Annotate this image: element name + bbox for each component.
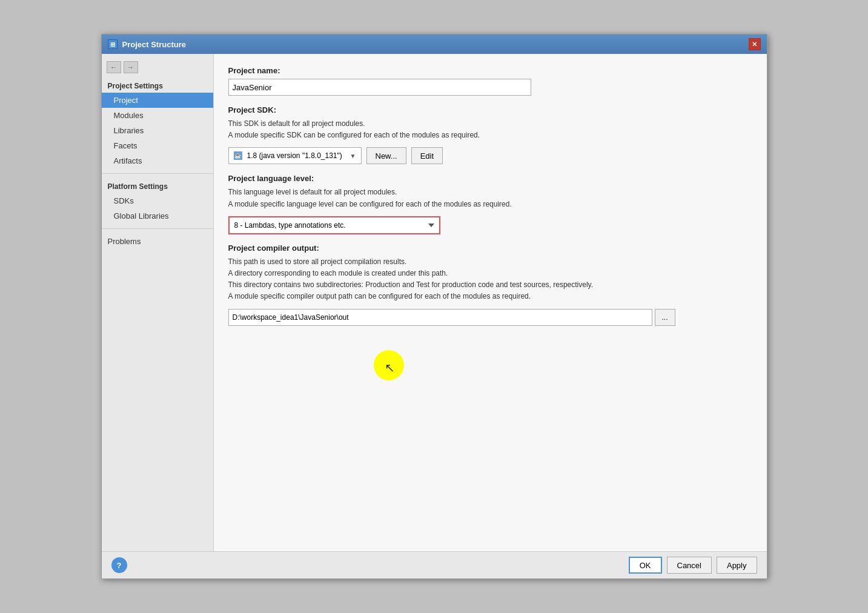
sidebar-item-facets[interactable]: Facets (102, 138, 213, 153)
sidebar-item-problems-label: Problems (108, 237, 141, 246)
project-settings-label: Project Settings (102, 78, 213, 93)
sidebar-item-sdks[interactable]: SDKs (102, 193, 213, 208)
compiler-output-description: This path is used to store all project c… (228, 256, 752, 303)
sidebar-item-project[interactable]: Project (102, 93, 213, 108)
sidebar-divider-2 (102, 228, 213, 229)
cursor-indicator: ↖ (374, 350, 404, 380)
dialog-body: ← → Project Settings Project Modules Lib… (102, 54, 767, 551)
sidebar-item-modules-label: Modules (114, 111, 144, 120)
sidebar-item-artifacts-label: Artifacts (114, 156, 142, 165)
apply-button[interactable]: Apply (717, 557, 757, 574)
sdk-new-button[interactable]: New... (366, 147, 406, 164)
compiler-output-label: Project compiler output: (228, 244, 752, 253)
project-sdk-label: Project SDK: (228, 105, 752, 114)
sidebar-divider (102, 173, 213, 174)
sdk-value: 1.8 (java version "1.8.0_131") (247, 151, 342, 160)
sidebar-item-project-label: Project (114, 96, 138, 105)
sidebar-item-libraries-label: Libraries (114, 126, 144, 135)
title-bar: ⊞ Project Structure ✕ (102, 35, 767, 54)
title-bar-left: ⊞ Project Structure (108, 39, 186, 49)
ok-button[interactable]: OK (629, 557, 662, 574)
dialog-footer: ? OK Cancel Apply (102, 551, 767, 578)
help-button[interactable]: ? (111, 557, 127, 573)
project-structure-dialog: ⊞ Project Structure ✕ ← → Project Settin… (101, 34, 767, 579)
sdk-row: ☕ 1.8 (java version "1.8.0_131") ▼ New..… (228, 147, 752, 164)
compiler-output-input[interactable] (228, 309, 652, 326)
sdk-dropdown[interactable]: ☕ 1.8 (java version "1.8.0_131") ▼ (228, 147, 362, 164)
sidebar-item-facets-label: Facets (114, 141, 137, 150)
sdk-description: This SDK is default for all project modu… (228, 118, 752, 141)
language-level-description: This language level is default for all p… (228, 187, 752, 210)
sidebar-item-global-libraries-label: Global Libraries (114, 211, 169, 220)
sdk-chevron-icon: ▼ (350, 153, 356, 159)
main-content: Project name: Project SDK: This SDK is d… (214, 54, 767, 551)
title-icon: ⊞ (108, 39, 118, 49)
sdk-edit-button[interactable]: Edit (411, 147, 443, 164)
sidebar-item-artifacts[interactable]: Artifacts (102, 153, 213, 168)
sidebar-item-modules[interactable]: Modules (102, 108, 213, 123)
sidebar-nav: ← → (102, 59, 213, 78)
sdk-icon: ☕ (234, 151, 242, 160)
compiler-output-row: ... (228, 309, 752, 326)
sidebar-item-global-libraries[interactable]: Global Libraries (102, 208, 213, 224)
sidebar-item-libraries[interactable]: Libraries (102, 123, 213, 138)
project-name-label: Project name: (228, 66, 752, 75)
sidebar-item-sdks-label: SDKs (114, 196, 134, 205)
sidebar-item-problems[interactable]: Problems (102, 234, 213, 249)
platform-settings-label: Platform Settings (102, 179, 213, 193)
language-level-label: Project language level: (228, 174, 752, 183)
language-level-select[interactable]: 8 - Lambdas, type annotations etc. 7 - D… (228, 216, 440, 234)
close-button[interactable]: ✕ (749, 38, 761, 50)
sidebar: ← → Project Settings Project Modules Lib… (102, 54, 214, 551)
cursor-area: ↖ (228, 350, 752, 399)
project-name-input[interactable] (228, 79, 531, 96)
cursor-arrow-icon: ↖ (385, 360, 395, 375)
dialog-title: Project Structure (122, 40, 186, 49)
browse-button[interactable]: ... (655, 309, 675, 326)
nav-back-button[interactable]: ← (107, 61, 121, 73)
nav-forward-button[interactable]: → (124, 61, 138, 73)
cancel-button[interactable]: Cancel (667, 557, 712, 574)
